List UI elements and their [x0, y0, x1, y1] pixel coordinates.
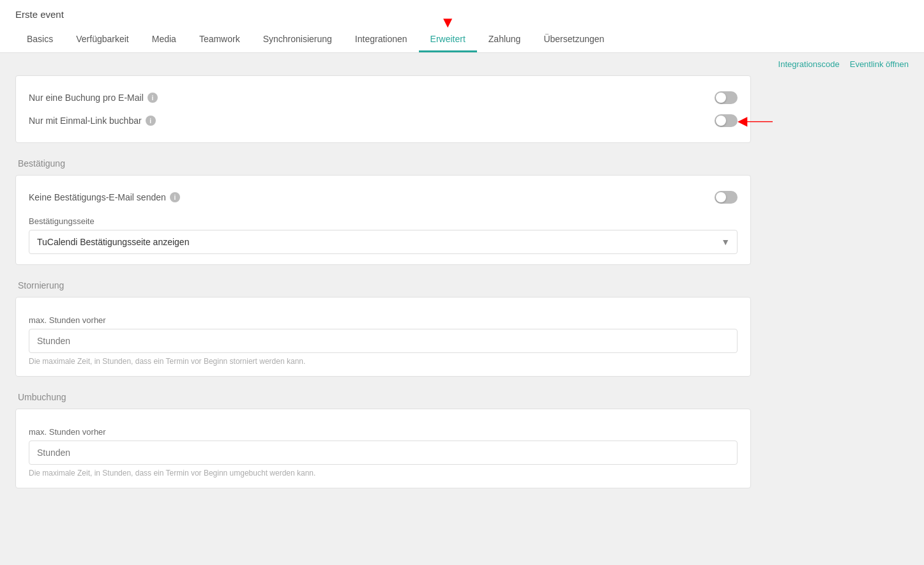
toggle-einmal-link[interactable]	[715, 114, 738, 127]
info-icon-buchung-email[interactable]: i	[148, 93, 158, 103]
toggle-no-email[interactable]	[715, 191, 738, 204]
bestatigung-form-label: Bestätigungsseite	[29, 216, 738, 226]
booking-section: Nur eine Buchung pro E-Mail i Nur mit Ei…	[15, 75, 751, 143]
stornierung-title: Stornierung	[15, 280, 751, 290]
stornierung-hint: Die maximale Zeit, in Stunden, dass ein …	[29, 357, 738, 366]
tab-synchronisierung[interactable]: Synchronisierung	[252, 27, 344, 52]
umbuchung-hours-input[interactable]	[29, 441, 738, 465]
arrow-right-icon: ◀——	[738, 113, 773, 128]
toggle-buchung-email-label: Nur eine Buchung pro E-Mail	[29, 93, 144, 103]
umbuchung-hint: Die maximale Zeit, in Stunden, dass ein …	[29, 469, 738, 478]
umbuchung-card: max. Stunden vorher Die maximale Zeit, i…	[15, 409, 751, 488]
tab-media[interactable]: Media	[140, 27, 188, 52]
stornierung-hours-input[interactable]	[29, 329, 738, 353]
umbuchung-section: Umbuchung max. Stunden vorher Die maxima…	[15, 392, 751, 488]
page-title: Erste event	[15, 9, 909, 20]
stornierung-card: max. Stunden vorher Die maximale Zeit, i…	[15, 297, 751, 377]
toggle-einmal-link-label: Nur mit Einmal-Link buchbar	[29, 116, 142, 126]
bestatigung-section: Bestätigung Keine Bestätigungs-E-Mail se…	[15, 158, 751, 265]
nav-tabs: Basics Verfügbarkeit Media Teamwork Sync…	[15, 27, 909, 52]
booking-card: Nur eine Buchung pro E-Mail i Nur mit Ei…	[15, 75, 751, 143]
toggle-buchung-email[interactable]	[715, 91, 738, 104]
stornierung-form-group: max. Stunden vorher Die maximale Zeit, i…	[29, 315, 738, 366]
bestatigung-select[interactable]: TuCalendi Bestätigungsseite anzeigenEige…	[29, 230, 738, 254]
bestatigung-form-group: Bestätigungsseite TuCalendi Bestätigungs…	[29, 216, 738, 254]
bestatigung-select-wrapper: TuCalendi Bestätigungsseite anzeigenEige…	[29, 230, 738, 254]
info-icon-einmal-link[interactable]: i	[146, 116, 156, 126]
umbuchung-title: Umbuchung	[15, 392, 751, 402]
main-content: Nur eine Buchung pro E-Mail i Nur mit Ei…	[0, 75, 766, 519]
page-header: Erste event Basics Verfügbarkeit Media T…	[0, 0, 924, 53]
bestatigung-card: Keine Bestätigungs-E-Mail senden i Bestä…	[15, 175, 751, 265]
tab-basics[interactable]: Basics	[15, 27, 64, 52]
info-icon-no-email[interactable]: i	[170, 192, 180, 202]
tab-integrationen[interactable]: Integrationen	[344, 27, 419, 52]
toggle-no-email-label: Keine Bestätigungs-E-Mail senden	[29, 192, 166, 202]
arrow-down-icon: ▼	[440, 15, 455, 30]
stornierung-input-label: max. Stunden vorher	[29, 315, 738, 325]
toggle-thumb-3	[716, 192, 726, 202]
toggle-row-buchung-email: Nur eine Buchung pro E-Mail i	[29, 86, 738, 109]
eventlink-offnen-link[interactable]: Eventlink öffnen	[850, 59, 909, 69]
umbuchung-input-label: max. Stunden vorher	[29, 427, 738, 437]
bestatigung-title: Bestätigung	[15, 158, 751, 169]
tab-teamwork[interactable]: Teamwork	[188, 27, 252, 52]
toggle-thumb-2	[716, 116, 726, 126]
umbuchung-form-group: max. Stunden vorher Die maximale Zeit, i…	[29, 427, 738, 478]
toggle-row-no-email: Keine Bestätigungs-E-Mail senden i	[29, 186, 738, 209]
tab-zahlung[interactable]: Zahlung	[477, 27, 533, 52]
toggle-row-einmal-link: Nur mit Einmal-Link buchbar i ◀——	[29, 109, 738, 132]
integrationscode-link[interactable]: Integrationscode	[778, 59, 840, 69]
toggle-thumb	[716, 93, 726, 103]
tab-verfugbarkeit[interactable]: Verfügbarkeit	[64, 27, 140, 52]
action-links: Integrationscode Eventlink öffnen	[0, 53, 924, 75]
stornierung-section: Stornierung max. Stunden vorher Die maxi…	[15, 280, 751, 377]
tab-ubersetzungen[interactable]: Übersetzungen	[532, 27, 616, 52]
tab-erweitert[interactable]: ▼ Erweitert	[419, 27, 477, 52]
